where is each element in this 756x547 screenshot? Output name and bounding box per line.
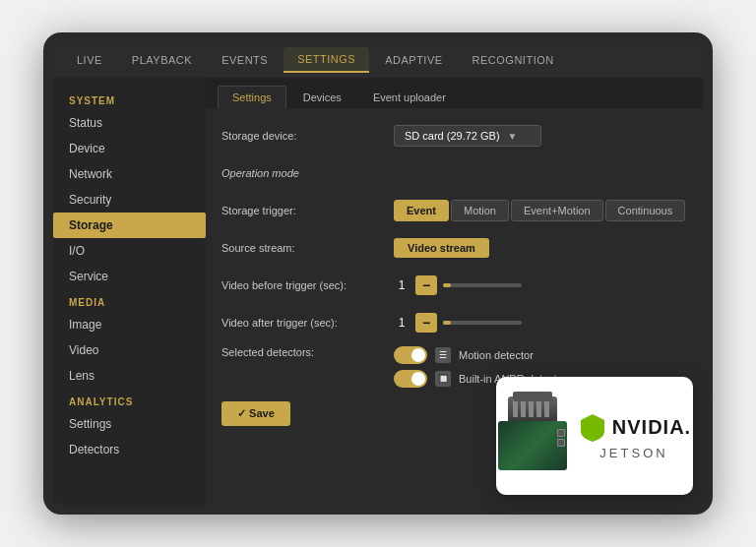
video-before-control: 1 −: [394, 275, 522, 295]
storage-trigger-label: Storage trigger:: [221, 205, 384, 216]
storage-device-value: SD card (29.72 GB): [405, 130, 500, 142]
nvidia-text: NVIDIA.: [612, 416, 691, 439]
trigger-motion-button[interactable]: Motion: [451, 200, 509, 221]
heatsink-base: [508, 396, 557, 424]
video-before-row: Video before trigger (sec): 1 −: [221, 272, 687, 299]
top-navigation: LIVE PLAYBACK EVENTS SETTINGS ADAPTIVE R…: [53, 42, 703, 78]
toggle-knob-anpr: [411, 372, 425, 386]
video-before-value: 1: [394, 278, 410, 292]
sidebar-item-video[interactable]: Video: [53, 337, 206, 363]
section-label-analytics: ANALYTICS: [53, 389, 206, 411]
sidebar-item-storage[interactable]: Storage: [53, 213, 206, 238]
source-stream-row: Source stream: Video stream: [221, 234, 687, 262]
video-after-slider[interactable]: [443, 321, 522, 325]
sidebar-item-service[interactable]: Service: [53, 264, 206, 289]
motion-detector-icon: ☰: [435, 347, 451, 363]
sidebar: SYSTEM Status Device Network Security St…: [53, 78, 206, 505]
video-before-decrease[interactable]: −: [415, 275, 437, 295]
video-before-label: Video before trigger (sec):: [221, 279, 384, 291]
sidebar-item-image[interactable]: Image: [53, 312, 206, 337]
source-stream-label: Source stream:: [221, 242, 384, 254]
heatsink-top: [513, 392, 552, 401]
video-after-label: Video after trigger (sec):: [221, 317, 384, 329]
sidebar-item-device[interactable]: Device: [53, 136, 206, 161]
video-after-control: 1 −: [394, 313, 522, 333]
motion-detector-toggle[interactable]: [394, 346, 427, 364]
fin: [513, 399, 518, 417]
sidebar-item-analytics-settings[interactable]: Settings: [53, 411, 206, 437]
fin: [521, 399, 526, 417]
operation-mode-label: Operation mode: [221, 167, 384, 179]
nvidia-logo: NVIDIA.: [577, 412, 691, 444]
storage-device-label: Storage device:: [221, 130, 384, 142]
tab-events[interactable]: EVENTS: [208, 48, 282, 72]
tab-adaptive[interactable]: ADAPTIVE: [371, 48, 456, 72]
anpr-detector-icon: 🔲: [435, 371, 451, 387]
sidebar-item-security[interactable]: Security: [53, 187, 206, 213]
trigger-continuous-button[interactable]: Continuous: [605, 200, 686, 221]
sub-tab-settings[interactable]: Settings: [218, 86, 286, 108]
motion-detector-label: Motion detector: [459, 349, 534, 361]
section-label-system: SYSTEM: [53, 88, 206, 110]
video-after-row: Video after trigger (sec): 1 −: [221, 309, 687, 336]
trigger-event-motion-button[interactable]: Event+Motion: [511, 200, 603, 221]
source-stream-button[interactable]: Video stream: [394, 238, 489, 258]
nvidia-shield-icon: [577, 412, 608, 444]
tab-settings[interactable]: SETTINGS: [284, 47, 369, 73]
fin: [544, 399, 549, 417]
storage-trigger-group: Event Motion Event+Motion Continuous: [394, 200, 685, 221]
video-before-slider-fill: [443, 283, 451, 287]
sub-tabs: Settings Devices Event uploader: [206, 78, 703, 108]
selected-detectors-label: Selected detectors:: [221, 346, 384, 358]
tab-live[interactable]: LIVE: [63, 48, 116, 72]
sub-tab-devices[interactable]: Devices: [288, 86, 356, 108]
sub-tab-event-uploader[interactable]: Event uploader: [358, 86, 461, 108]
toggle-knob: [411, 348, 425, 362]
jetson-board-wrapper: [498, 396, 567, 470]
usb-ports: [557, 429, 565, 447]
jetson-image: [498, 396, 567, 475]
jetson-text: JETSON: [599, 446, 667, 460]
trigger-event-button[interactable]: Event: [394, 200, 449, 221]
jetson-pcb: [498, 421, 567, 470]
video-after-decrease[interactable]: −: [415, 313, 437, 333]
video-before-slider[interactable]: [443, 283, 522, 287]
save-button[interactable]: ✓ Save: [221, 401, 290, 426]
usb-port: [557, 439, 565, 447]
sidebar-item-detectors[interactable]: Detectors: [53, 437, 206, 462]
storage-device-row: Storage device: SD card (29.72 GB) ▼: [221, 122, 687, 150]
tab-playback[interactable]: PLAYBACK: [118, 48, 206, 72]
fin: [529, 399, 534, 417]
video-after-value: 1: [394, 316, 410, 330]
tab-recognition[interactable]: RECOGNITION: [459, 48, 568, 72]
sidebar-item-lens[interactable]: Lens: [53, 363, 206, 389]
sidebar-item-network[interactable]: Network: [53, 161, 206, 187]
section-label-media: MEDIA: [53, 289, 206, 312]
dropdown-arrow-icon: ▼: [508, 131, 518, 142]
sidebar-item-status[interactable]: Status: [53, 110, 206, 136]
video-after-slider-fill: [443, 321, 451, 325]
sidebar-item-io[interactable]: I/O: [53, 238, 206, 264]
storage-device-dropdown[interactable]: SD card (29.72 GB) ▼: [394, 125, 541, 147]
fin: [536, 399, 541, 417]
storage-trigger-row: Storage trigger: Event Motion Event+Moti…: [221, 197, 687, 224]
motion-detector-row: ☰ Motion detector: [394, 346, 566, 364]
nvidia-card: NVIDIA. JETSON: [496, 377, 693, 495]
nvidia-brand: NVIDIA. JETSON: [577, 412, 691, 460]
usb-port: [557, 429, 565, 437]
anpr-detector-toggle[interactable]: [394, 370, 427, 388]
operation-mode-row: Operation mode: [221, 159, 687, 187]
